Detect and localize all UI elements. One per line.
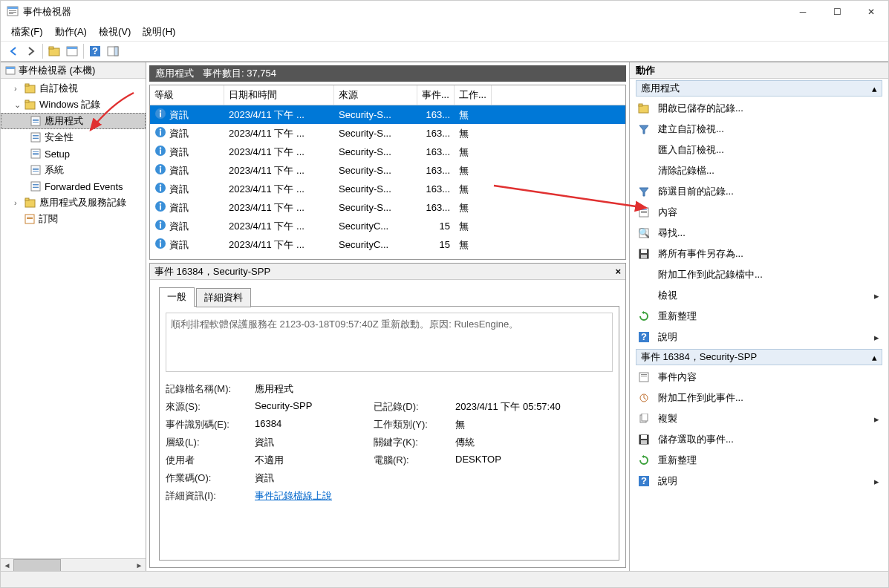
action-properties[interactable]: 內容 bbox=[633, 202, 885, 223]
action-refresh2[interactable]: 重新整理 bbox=[633, 450, 885, 471]
action-save-all[interactable]: 將所有事件另存為... bbox=[633, 244, 885, 264]
svg-rect-14 bbox=[6, 67, 15, 69]
info-icon bbox=[154, 163, 166, 177]
find-icon: 🔍 bbox=[637, 228, 651, 238]
menubar: 檔案(F) 動作(A) 檢視(V) 說明(H) bbox=[1, 23, 888, 41]
menu-file[interactable]: 檔案(F) bbox=[7, 24, 48, 40]
svg-point-51 bbox=[160, 147, 161, 148]
svg-rect-88 bbox=[641, 435, 647, 439]
tree-application[interactable]: 應用程式 bbox=[1, 113, 146, 129]
tab-general[interactable]: 一般 bbox=[159, 287, 195, 307]
list-row[interactable]: 資訊2023/4/11 下午 ...Security-S...163...無 bbox=[150, 161, 625, 180]
svg-point-57 bbox=[160, 184, 161, 186]
svg-rect-22 bbox=[33, 122, 39, 122]
action-create-custom[interactable]: 建立自訂檢視... bbox=[633, 119, 885, 140]
svg-rect-26 bbox=[33, 138, 39, 139]
filter-icon bbox=[637, 124, 651, 134]
col-id[interactable]: 事件... bbox=[417, 85, 455, 105]
close-button[interactable]: ✕ bbox=[854, 1, 888, 23]
event-props-icon bbox=[637, 372, 651, 382]
attach-task-icon bbox=[637, 393, 651, 403]
tree-security[interactable]: 安全性 bbox=[1, 129, 146, 146]
info-icon bbox=[154, 145, 166, 159]
tb-folder-button[interactable] bbox=[46, 43, 62, 59]
col-task[interactable]: 工作... bbox=[455, 85, 492, 105]
col-date[interactable]: 日期和時間 bbox=[224, 85, 334, 105]
tree-hscroll[interactable]: ◄► bbox=[1, 558, 146, 571]
app-icon bbox=[7, 5, 19, 19]
action-find[interactable]: 🔍尋找... bbox=[633, 223, 885, 244]
svg-rect-61 bbox=[160, 206, 161, 210]
svg-rect-18 bbox=[25, 100, 29, 102]
col-source[interactable]: 來源 bbox=[334, 85, 417, 105]
svg-point-45 bbox=[160, 110, 161, 111]
svg-text:?: ? bbox=[641, 332, 647, 342]
action-refresh[interactable]: 重新整理 bbox=[633, 306, 885, 327]
tree-app-services[interactable]: ›應用程式及服務記錄 bbox=[1, 195, 146, 211]
menu-help[interactable]: 說明(H) bbox=[138, 24, 180, 40]
list-row[interactable]: 資訊2023/4/11 下午 ...SecurityC...15無 bbox=[150, 217, 625, 235]
info-icon bbox=[154, 126, 166, 140]
back-button[interactable] bbox=[5, 43, 22, 59]
action-group-app[interactable]: 應用程式▴ bbox=[636, 80, 882, 97]
detail-description: 順利排程軟體保護服務在 2123-03-18T09:57:40Z 重新啟動。原因… bbox=[166, 313, 613, 372]
refresh-icon bbox=[637, 311, 651, 321]
tree-setup[interactable]: Setup bbox=[1, 146, 146, 162]
action-view[interactable]: 檢視▸ bbox=[633, 285, 885, 306]
list-row[interactable]: 資訊2023/4/11 下午 ...Security-S...163...無 bbox=[150, 105, 625, 124]
window-title: 事件檢視器 bbox=[23, 5, 786, 19]
svg-rect-46 bbox=[160, 113, 161, 117]
tree-windows-logs[interactable]: ⌄Windows 記錄 bbox=[1, 97, 146, 113]
action-help2[interactable]: ?說明▸ bbox=[633, 471, 885, 491]
action-filter-current[interactable]: 篩選目前的記錄... bbox=[633, 181, 885, 202]
svg-rect-25 bbox=[33, 137, 39, 137]
menu-action[interactable]: 動作(A) bbox=[51, 24, 91, 40]
tree-system[interactable]: 系統 bbox=[1, 162, 146, 178]
detail-close-button[interactable]: × bbox=[615, 266, 621, 277]
action-open-saved[interactable]: 開啟已儲存的記錄... bbox=[633, 98, 885, 119]
tb-props-button[interactable] bbox=[64, 43, 80, 59]
action-help[interactable]: ?說明▸ bbox=[633, 327, 885, 347]
forward-button[interactable] bbox=[23, 43, 39, 59]
svg-rect-49 bbox=[160, 131, 161, 136]
action-copy[interactable]: 複製▸ bbox=[633, 408, 885, 429]
tb-pane-button[interactable] bbox=[105, 43, 121, 59]
filter-icon bbox=[637, 186, 651, 197]
svg-point-54 bbox=[160, 166, 161, 167]
list-row[interactable]: 資訊2023/4/11 下午 ...Security-S...163...無 bbox=[150, 180, 625, 198]
action-save-selected[interactable]: 儲存選取的事件... bbox=[633, 429, 885, 450]
list-body[interactable]: 資訊2023/4/11 下午 ...Security-S...163...無資訊… bbox=[150, 105, 625, 259]
action-group-event[interactable]: 事件 16384，Security-SPP▴ bbox=[636, 349, 882, 365]
action-import-custom[interactable]: 匯入自訂檢視... bbox=[633, 140, 885, 160]
action-event-props[interactable]: 事件內容 bbox=[633, 367, 885, 388]
menu-view[interactable]: 檢視(V) bbox=[94, 24, 135, 40]
center-title: 應用程式 bbox=[155, 67, 194, 80]
list-row[interactable]: 資訊2023/4/11 下午 ...Security-S...163...無 bbox=[150, 124, 625, 143]
tree-forwarded[interactable]: Forwarded Events bbox=[1, 178, 146, 195]
maximize-button[interactable]: ☐ bbox=[820, 1, 854, 23]
info-icon bbox=[154, 108, 166, 122]
list-row[interactable]: 資訊2023/4/11 下午 ...Security-S...163...無 bbox=[150, 143, 625, 161]
col-level[interactable]: 等級 bbox=[150, 85, 224, 105]
svg-point-48 bbox=[160, 128, 161, 130]
tree-subscriptions[interactable]: 訂閱 bbox=[1, 211, 146, 227]
action-attach-task-event[interactable]: 附加工作到此事件... bbox=[633, 388, 885, 408]
list-row[interactable]: 資訊2023/4/11 下午 ...Security-S...163...無 bbox=[150, 198, 625, 217]
list-row[interactable]: 資訊2023/4/11 下午 ...SecurityC...15無 bbox=[150, 235, 625, 254]
svg-rect-78 bbox=[641, 255, 647, 258]
online-help-link[interactable]: 事件記錄檔線上說 bbox=[255, 489, 374, 503]
minimize-button[interactable]: ─ bbox=[786, 1, 820, 23]
tree-panel: 事件檢視器 (本機) ›自訂檢視 ⌄Windows 記錄 應用程式 安全性 Se… bbox=[1, 62, 146, 571]
detail-panel: 事件 16384，Security-SPP × 一般 詳細資料 順利排程軟體保護… bbox=[149, 263, 626, 568]
action-attach-task-log[interactable]: 附加工作到此記錄檔中... bbox=[633, 264, 885, 285]
tb-help-button[interactable]: ? bbox=[87, 43, 103, 59]
svg-rect-34 bbox=[33, 171, 39, 172]
svg-rect-43 bbox=[27, 218, 33, 219]
tree-root[interactable]: 事件檢視器 (本機) bbox=[19, 64, 95, 77]
tab-details[interactable]: 詳細資料 bbox=[196, 288, 251, 307]
tree-custom-views[interactable]: ›自訂檢視 bbox=[1, 80, 146, 97]
svg-point-60 bbox=[160, 203, 161, 204]
svg-rect-77 bbox=[641, 249, 647, 253]
svg-rect-16 bbox=[25, 84, 29, 86]
action-clear-log[interactable]: 清除記錄檔... bbox=[633, 160, 885, 181]
